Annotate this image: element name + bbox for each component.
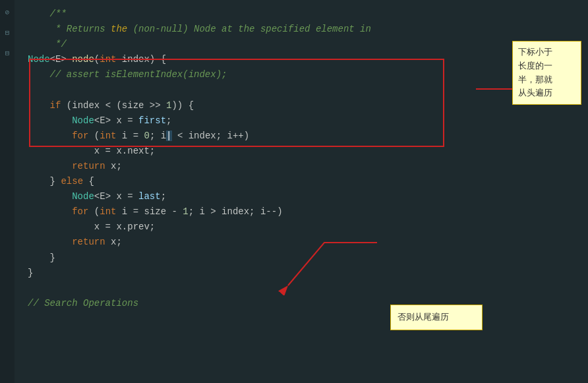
gutter-icon-3: ⊟	[5, 49, 10, 57]
tooltip-1-text: 下标小于	[518, 47, 552, 57]
arrow-2	[272, 236, 390, 298]
line-13: Node<E> x = last;	[28, 191, 166, 202]
code-area: /** * Returns the (non-null) Node at the…	[15, 0, 588, 383]
line-18: }	[28, 268, 33, 278]
line-14: for (int i = size - 1; i > index; i--)	[28, 206, 283, 217]
line-9: for (int i = 0; i| < index; i++)	[28, 131, 249, 141]
line-20: // Search Operations	[28, 298, 138, 309]
line-15: x = x.prev;	[28, 221, 155, 232]
line-19	[28, 283, 33, 293]
line-4: Node<E> node(int index) {	[28, 54, 166, 65]
line-comment-1: /**	[28, 9, 67, 19]
tooltip-1: 下标小于 长度的一 半，那就 从头遍历	[512, 41, 581, 105]
line-17: }	[28, 252, 55, 263]
line-6	[28, 84, 33, 95]
tooltip-1-text3: 半，那就	[518, 74, 552, 84]
editor-container: ⊘ ⊟ ⊟ /** * Returns the (non-null) Node …	[0, 0, 588, 383]
line-10: x = x.next;	[28, 146, 155, 156]
line-comment-2: * Returns the (non-null) Node at the spe…	[28, 24, 371, 34]
line-16: return x;	[28, 237, 122, 247]
tooltip-1-text4: 从头遍历	[518, 88, 552, 98]
tooltip-1-text2: 长度的一	[518, 61, 552, 71]
line-12: } else {	[28, 176, 94, 187]
left-gutter: ⊘ ⊟ ⊟	[0, 0, 15, 383]
line-comment-3: */	[28, 39, 67, 49]
gutter-icon-1: ⊘	[5, 8, 10, 16]
line-7: if (index < (size >> 1)) {	[28, 100, 194, 111]
line-11: return x;	[28, 161, 122, 171]
tooltip-2-text: 否则从尾遍历	[397, 312, 449, 322]
gutter-icon-2: ⊟	[5, 28, 10, 37]
line-5: // assert isElementIndex(index);	[28, 69, 227, 80]
tooltip-2: 否则从尾遍历	[390, 305, 483, 330]
arrow-2-svg	[272, 236, 390, 295]
line-8: Node<E> x = first;	[28, 115, 171, 126]
